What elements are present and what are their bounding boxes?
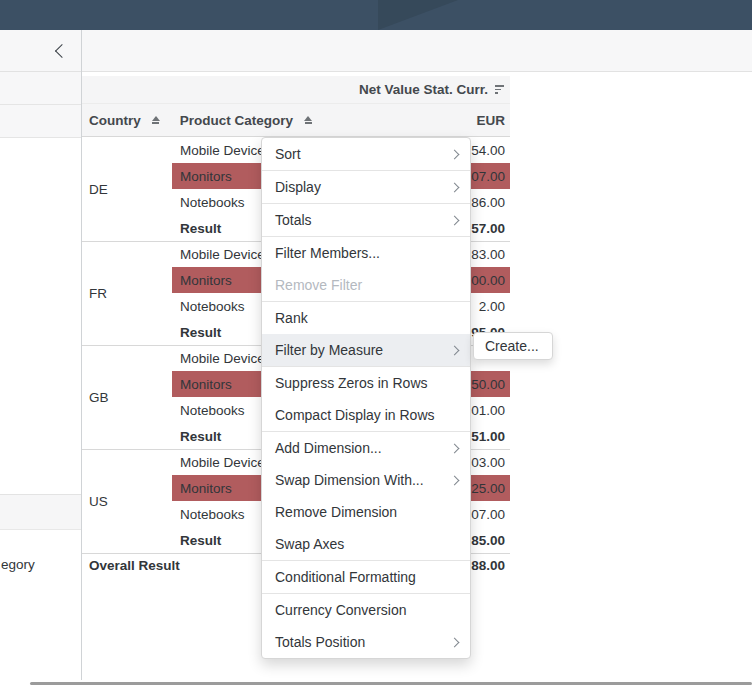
column-header-product-category[interactable]: Product Category bbox=[180, 113, 293, 128]
cell-value: 85.00 bbox=[471, 533, 505, 548]
menu-item-rank[interactable]: Rank bbox=[262, 302, 470, 334]
cell-category: Result bbox=[180, 221, 221, 236]
menu-item-remove-filter[interactable]: Remove Filter bbox=[262, 269, 470, 301]
submenu-flyout: Create... bbox=[473, 332, 553, 360]
left-frozen-panel bbox=[0, 72, 81, 138]
submenu-chevron-icon bbox=[450, 182, 460, 192]
frozen-header-cell bbox=[0, 72, 81, 105]
measure-header-row: Net Value Stat. Curr. bbox=[82, 76, 510, 104]
toolbar bbox=[0, 30, 752, 72]
frozen-header-cell bbox=[0, 105, 81, 138]
cell-value: 88.00 bbox=[471, 558, 505, 573]
cell-category: Notebooks bbox=[180, 299, 245, 314]
submenu-chevron-icon bbox=[450, 149, 460, 159]
menu-item-totals-position[interactable]: Totals Position bbox=[262, 626, 470, 658]
cell-value: 54.00 bbox=[471, 143, 505, 158]
cell-category: Mobile Device bbox=[180, 247, 265, 262]
cell-value: 07.00 bbox=[471, 507, 505, 522]
cell-category: Notebooks bbox=[180, 403, 245, 418]
cell-value: 51.00 bbox=[471, 429, 505, 444]
app-header-bar bbox=[0, 0, 752, 30]
submenu-chevron-icon bbox=[450, 475, 460, 485]
context-menu: Sort Display Totals Filter Members... Re… bbox=[261, 137, 471, 659]
menu-item-conditional-formatting[interactable]: Conditional Formatting bbox=[262, 561, 470, 593]
cell-category: Monitors bbox=[180, 377, 232, 392]
sort-ascending-icon[interactable] bbox=[152, 116, 160, 124]
menu-item-swap-dimension-with[interactable]: Swap Dimension With... bbox=[262, 464, 470, 496]
menu-item-filter-members[interactable]: Filter Members... bbox=[262, 237, 470, 269]
menu-item-currency-conversion[interactable]: Currency Conversion bbox=[262, 594, 470, 626]
cell-value: 07.00 bbox=[471, 169, 505, 184]
cell-category: Monitors bbox=[180, 273, 232, 288]
column-header-currency: EUR bbox=[476, 113, 505, 128]
menu-item-add-dimension[interactable]: Add Dimension... bbox=[262, 432, 470, 464]
row-header-country-gb[interactable]: GB bbox=[89, 390, 109, 405]
cell-value: 83.00 bbox=[471, 247, 505, 262]
row-header-country-de[interactable]: DE bbox=[89, 182, 108, 197]
overall-result-label: Overall Result bbox=[89, 558, 180, 573]
menu-item-display[interactable]: Display bbox=[262, 171, 470, 203]
submenu-chevron-icon bbox=[450, 215, 460, 225]
menu-item-swap-axes[interactable]: Swap Axes bbox=[262, 528, 470, 560]
cell-value: 50.00 bbox=[471, 377, 505, 392]
cell-category: Notebooks bbox=[180, 507, 245, 522]
row-header-country-fr[interactable]: FR bbox=[89, 286, 107, 301]
horizontal-scrollbar-thumb[interactable] bbox=[30, 682, 752, 685]
cell-value: 2.00 bbox=[479, 299, 505, 314]
cell-category: Monitors bbox=[180, 481, 232, 496]
menu-item-filter-by-measure[interactable]: Filter by Measure bbox=[262, 334, 470, 366]
cell-category: Mobile Device bbox=[180, 455, 265, 470]
row-header-country-us[interactable]: US bbox=[89, 494, 108, 509]
cell-category: Notebooks bbox=[180, 195, 245, 210]
cell-value: 00.00 bbox=[471, 273, 505, 288]
cell-category: Result bbox=[180, 325, 221, 340]
clipped-dimension-label: egory bbox=[1, 557, 35, 572]
measure-header-label[interactable]: Net Value Stat. Curr. bbox=[359, 82, 488, 97]
cell-category: Mobile Device bbox=[180, 351, 265, 366]
submenu-chevron-icon bbox=[450, 637, 460, 647]
menu-item-create[interactable]: Create... bbox=[485, 338, 539, 354]
menu-item-compact-display-in-rows[interactable]: Compact Display in Rows bbox=[262, 399, 470, 431]
cell-value: 03.00 bbox=[471, 455, 505, 470]
cell-category: Result bbox=[180, 533, 221, 548]
column-header-row: Country Product Category EUR bbox=[82, 104, 510, 137]
submenu-chevron-icon bbox=[450, 345, 460, 355]
submenu-chevron-icon bbox=[450, 443, 460, 453]
left-panel-row-band bbox=[0, 494, 81, 530]
cell-value: 57.00 bbox=[471, 221, 505, 236]
cell-category: Result bbox=[180, 429, 221, 444]
collapse-panel-chevron-left-icon[interactable] bbox=[55, 43, 69, 57]
cell-category: Mobile Device bbox=[180, 143, 265, 158]
sort-descending-icon[interactable] bbox=[495, 85, 504, 94]
menu-item-sort[interactable]: Sort bbox=[262, 138, 470, 170]
cell-value: 86.00 bbox=[471, 195, 505, 210]
header-decoration bbox=[378, 0, 458, 30]
column-header-country[interactable]: Country bbox=[89, 113, 141, 128]
sort-ascending-icon[interactable] bbox=[304, 116, 312, 124]
cell-value: 01.00 bbox=[471, 403, 505, 418]
menu-item-totals[interactable]: Totals bbox=[262, 204, 470, 236]
menu-item-remove-dimension[interactable]: Remove Dimension bbox=[262, 496, 470, 528]
cell-category: Monitors bbox=[180, 169, 232, 184]
menu-item-suppress-zeros-in-rows[interactable]: Suppress Zeros in Rows bbox=[262, 367, 470, 399]
cell-value: 25.00 bbox=[471, 481, 505, 496]
